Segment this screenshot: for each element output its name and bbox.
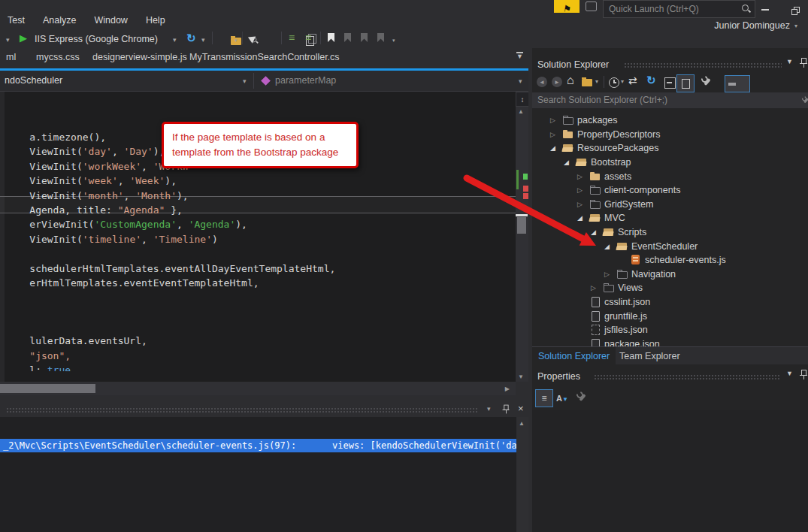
menu-item[interactable]: Help: [146, 15, 165, 26]
switch-views-icon[interactable]: [582, 79, 592, 86]
restore-button[interactable]: [791, 7, 800, 15]
run-button[interactable]: ▶: [20, 32, 27, 44]
tree-item[interactable]: ResourcePackages: [532, 141, 808, 156]
show-all-files-button[interactable]: [676, 74, 695, 92]
send-feedback-icon[interactable]: [586, 2, 597, 11]
scroll-down-icon[interactable]: ▼: [518, 373, 524, 380]
forward-icon[interactable]: ►: [552, 77, 562, 87]
run-target-label[interactable]: IIS Express (Google Chrome): [35, 34, 158, 44]
navbar-member-dropdown[interactable]: parameterMap: [275, 75, 336, 86]
expander-icon[interactable]: [577, 214, 589, 222]
refresh-dropdown-icon[interactable]: ▾: [201, 36, 205, 44]
refresh-icon[interactable]: ↻: [646, 74, 656, 87]
tree-item[interactable]: Bootstrap: [532, 156, 808, 170]
expander-icon[interactable]: [577, 186, 589, 194]
tree-item[interactable]: scheduler-events.js: [532, 253, 808, 268]
tab-ml[interactable]: ml: [6, 52, 16, 62]
tree-item[interactable]: EventScheduler: [532, 239, 808, 253]
expander-icon[interactable]: [550, 116, 562, 124]
tree-item[interactable]: gruntfile.js: [532, 309, 808, 323]
toolbar-overflow3-icon[interactable]: ▾: [392, 38, 395, 44]
tree-item[interactable]: client-components: [532, 183, 808, 198]
search-options-icon[interactable]: [801, 96, 808, 104]
properties-header[interactable]: Properties ▼: [532, 370, 808, 385]
vscroll-thumb[interactable]: [517, 217, 526, 234]
property-pages-icon[interactable]: [576, 391, 587, 403]
expander-icon[interactable]: [604, 271, 616, 278]
expander-icon[interactable]: [604, 243, 616, 250]
indent-increase-icon[interactable]: ≡: [305, 32, 311, 44]
scroll-right-icon[interactable]: ▶: [505, 385, 510, 392]
feedback-button[interactable]: ⚑: [554, 0, 580, 13]
close-icon[interactable]: ×: [518, 403, 524, 414]
home-icon[interactable]: ⌂: [567, 74, 574, 87]
properties-wrench-icon[interactable]: [701, 76, 712, 87]
solution-search-box[interactable]: Search Solution Explorer (Ctrl+;): [532, 92, 808, 108]
clear-bookmarks-icon[interactable]: [377, 33, 384, 42]
categorized-view-button[interactable]: ≡: [535, 389, 553, 407]
tree-item[interactable]: assets: [532, 169, 808, 183]
editor-vscrollbar[interactable]: ↕ ▲ ▼: [516, 92, 528, 382]
solution-explorer-header[interactable]: Solution Explorer ▼: [532, 58, 808, 73]
minimize-button[interactable]: [761, 9, 769, 11]
expander-icon[interactable]: [577, 201, 589, 208]
user-account[interactable]: Junior Dominguez ▾: [714, 20, 797, 31]
output-scroll-up-icon[interactable]: ▲: [519, 420, 525, 427]
tree-item[interactable]: packages: [532, 113, 808, 128]
expander-icon[interactable]: [591, 228, 603, 236]
preview-selected-items-button[interactable]: [725, 75, 750, 92]
pin-icon[interactable]: [800, 370, 807, 379]
navbar-member-chevron-icon[interactable]: ▾: [519, 77, 522, 85]
split-editor-handle[interactable]: ↕: [516, 92, 529, 107]
toolbar-overflow2-icon[interactable]: ▾: [235, 38, 238, 44]
tree-item[interactable]: Navigation: [532, 268, 808, 282]
scroll-up-icon[interactable]: ▲: [518, 108, 524, 115]
run-target-dropdown-icon[interactable]: ▾: [173, 36, 177, 44]
expander-icon[interactable]: [577, 173, 589, 180]
tab-mytransmission[interactable]: MyTransmissionSearchController.cs: [189, 52, 340, 62]
editor-hscrollbar[interactable]: ▶: [0, 382, 516, 395]
tree-item[interactable]: jsfiles.json: [532, 323, 808, 337]
output-menu-icon[interactable]: ▾: [487, 405, 491, 413]
menu-item[interactable]: Analyze: [43, 15, 76, 26]
expander-icon[interactable]: [550, 131, 562, 138]
tree-item[interactable]: Views: [532, 281, 808, 295]
expander-icon[interactable]: [550, 144, 562, 152]
back-icon[interactable]: ◄: [537, 77, 547, 87]
tab-team-explorer[interactable]: Team Explorer: [612, 347, 688, 364]
find-result-row[interactable]: _2\Mvc\Scripts\EventScheduler\scheduler-…: [0, 439, 516, 452]
bookmark-icon[interactable]: [328, 33, 334, 42]
navbar-type-dropdown[interactable]: ndoScheduler: [5, 75, 62, 86]
pending-changes-filter-icon[interactable]: [609, 77, 619, 88]
tab-mycss[interactable]: mycss.css: [36, 52, 80, 62]
tree-item[interactable]: Scripts: [532, 225, 808, 240]
menu-item[interactable]: Window: [94, 15, 127, 26]
navbar-type-chevron-icon[interactable]: ▾: [243, 77, 247, 85]
output-vscrollbar[interactable]: ▲: [516, 417, 528, 532]
alphabetical-sort-button[interactable]: A▼: [556, 391, 571, 406]
tab-solution-explorer[interactable]: Solution Explorer: [532, 347, 616, 364]
indent-decrease-icon[interactable]: ≡: [289, 32, 295, 44]
output-panel[interactable]: _2\Mvc\Scripts\EventScheduler\scheduler-…: [0, 417, 528, 532]
tree-item[interactable]: MVC: [532, 211, 808, 225]
collapse-all-icon[interactable]: [664, 77, 676, 89]
filter-chevron-icon[interactable]: ▾: [621, 78, 624, 85]
document-list-icon[interactable]: ▼: [516, 52, 523, 60]
tree-item[interactable]: csslint.json: [532, 295, 808, 310]
switch-views-chevron-icon[interactable]: ▾: [595, 78, 598, 85]
tree-item[interactable]: GridSystem: [532, 198, 808, 212]
panel-menu-icon[interactable]: ▼: [786, 58, 793, 65]
panel-menu-icon[interactable]: ▼: [786, 370, 793, 377]
search-icon[interactable]: [741, 4, 751, 14]
pin-icon[interactable]: [503, 405, 510, 414]
expander-icon[interactable]: [591, 284, 603, 292]
tab-designerview[interactable]: designerview-simple.js: [92, 52, 187, 62]
expander-icon[interactable]: [564, 159, 576, 166]
prev-bookmark-icon[interactable]: [344, 33, 351, 42]
refresh-icon[interactable]: ↻: [186, 32, 196, 45]
sync-with-active-document-icon[interactable]: ⇄: [628, 74, 637, 86]
next-bookmark-icon[interactable]: [361, 33, 368, 42]
pin-icon[interactable]: [800, 58, 807, 68]
hscroll-thumb[interactable]: [0, 384, 95, 393]
quick-launch[interactable]: Quick Launch (Ctrl+Q): [603, 0, 755, 18]
